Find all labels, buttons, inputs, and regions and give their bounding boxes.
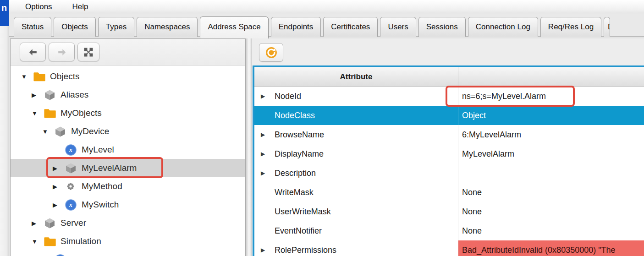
arrow-left-icon — [27, 47, 39, 57]
tab-certificates[interactable]: Certificates — [323, 17, 378, 37]
back-button[interactable] — [20, 43, 46, 61]
expand-arrow-icon[interactable]: ▶ — [53, 202, 65, 208]
expand-arrow-icon[interactable]: ▶ — [261, 125, 265, 144]
collapse-arrow-icon[interactable]: ▼ — [21, 73, 33, 80]
address-space-tree-panel: ▼Objects▶Aliases▼MyObjects▼MyDevicexMyLe… — [10, 38, 246, 256]
background-window-edge: n — [0, 0, 9, 256]
tree-item-label: MyDevice — [71, 126, 109, 136]
tree-item-myobjects[interactable]: ▼MyObjects — [11, 104, 245, 122]
expand-arrow-icon[interactable]: ▶ — [261, 87, 265, 106]
folder-icon — [44, 236, 56, 246]
tab-req-res-log[interactable]: Req/Res Log — [540, 17, 601, 37]
tree-item-objects[interactable]: ▼Objects — [11, 67, 245, 86]
expand-arrow-icon[interactable]: ▶ — [32, 92, 44, 98]
refresh-circle-icon — [265, 47, 277, 59]
attribute-value: 6:MyLevelAlarm — [458, 125, 644, 144]
gear-icon — [65, 181, 76, 192]
tree-item-label: MyObjects — [61, 108, 102, 118]
attribute-row-writemask[interactable]: WriteMaskNone — [254, 183, 644, 202]
panel-splitter[interactable] — [246, 38, 252, 256]
cube-icon — [65, 163, 77, 174]
attribute-value: MyLevelAlarm — [458, 144, 644, 163]
tree-item-aliases[interactable]: ▶Aliases — [11, 86, 245, 104]
attribute-value-text: None — [462, 188, 482, 197]
attribute-row-nodeid[interactable]: ▶NodeIdns=6;s=MyLevel.Alarm — [254, 87, 644, 106]
variable-icon: x — [65, 144, 77, 156]
tree-item-label: Simulation — [61, 236, 101, 246]
expand-arrow-icon[interactable]: ▶ — [53, 183, 65, 190]
attribute-column-header[interactable]: Attribute — [254, 67, 458, 86]
attribute-value: ns=6;s=MyLevel.Alarm — [458, 87, 644, 106]
cube-icon — [44, 89, 55, 101]
expand-arrow-icon[interactable]: ▶ — [261, 144, 265, 163]
tab-d[interactable]: D — [604, 17, 610, 37]
expand-arrow-icon[interactable]: ▶ — [261, 240, 265, 256]
attribute-value-text: Object — [462, 111, 486, 120]
attribute-value: None — [458, 183, 644, 202]
tab-endpoints[interactable]: Endpoints — [271, 17, 321, 37]
node-graph-icon — [83, 47, 94, 58]
attribute-value: Object — [458, 106, 644, 125]
expand-arrow-icon[interactable]: ▶ — [261, 163, 265, 183]
show-references-graph-button[interactable] — [77, 43, 99, 61]
tree-item-mydevice[interactable]: ▼MyDevice — [11, 122, 245, 141]
tree-item-mymethod[interactable]: ▶MyMethod — [11, 177, 245, 196]
tab-sessions[interactable]: Sessions — [418, 17, 466, 37]
menu-options[interactable]: Options — [25, 0, 52, 13]
tree-item-partial[interactable]: x — [11, 251, 245, 256]
tab-connection-log[interactable]: Connection Log — [468, 17, 538, 37]
folder-icon — [44, 108, 56, 119]
folder-icon — [44, 108, 56, 118]
cube-icon — [44, 218, 56, 229]
refresh-attributes-button[interactable] — [259, 43, 283, 62]
forward-button[interactable] — [49, 43, 75, 61]
tree-item-label: Aliases — [61, 90, 88, 100]
collapse-arrow-icon[interactable]: ▼ — [32, 238, 44, 245]
attribute-name: NodeClass — [275, 111, 315, 120]
attribute-value-text: None — [462, 207, 482, 216]
attribute-value-text: None — [462, 226, 482, 235]
attribute-row-description[interactable]: ▶Description — [254, 163, 644, 183]
cube-icon — [65, 163, 77, 174]
folder-icon — [33, 71, 45, 82]
collapse-arrow-icon[interactable]: ▼ — [42, 128, 55, 135]
attribute-row-nodeclass[interactable]: NodeClassObject — [254, 106, 644, 125]
attribute-row-rolepermissions[interactable]: ▶RolePermissionsBad_AttributeIdInvalid (… — [254, 240, 644, 256]
cube-icon — [44, 218, 55, 229]
cube-icon — [55, 126, 66, 137]
collapse-arrow-icon[interactable]: ▼ — [32, 110, 44, 117]
folder-icon — [44, 236, 56, 247]
svg-text:x: x — [69, 146, 72, 153]
attribute-value-error: Bad_AttributeIdInvalid (0x80350000) "The — [458, 240, 644, 256]
menu-bar: Options Help — [9, 0, 644, 13]
variable-icon: x — [55, 254, 66, 256]
attribute-row-displayname[interactable]: ▶DisplayNameMyLevelAlarm — [254, 144, 644, 163]
expand-arrow-icon[interactable]: ▶ — [53, 165, 65, 172]
attributes-table-header: Attribute — [254, 67, 644, 87]
tree-item-myswitch[interactable]: ▶xMySwitch — [11, 196, 245, 214]
tree-item-label: MyLevel — [82, 145, 114, 155]
attribute-row-browsename[interactable]: ▶BrowseName6:MyLevelAlarm — [254, 125, 644, 144]
value-column-header[interactable] — [458, 67, 644, 86]
tree-item-label: Server — [61, 218, 86, 228]
attribute-row-userwritemask[interactable]: UserWriteMaskNone — [254, 202, 644, 221]
attribute-name: Description — [275, 169, 316, 178]
tab-address-space[interactable]: Address Space — [200, 16, 268, 38]
attribute-name: WriteMask — [275, 188, 314, 197]
attribute-row-eventnotifier[interactable]: EventNotifierNone — [254, 221, 644, 240]
attribute-value-text: 6:MyLevelAlarm — [462, 130, 521, 139]
attribute-name: EventNotifier — [275, 226, 322, 235]
menu-help[interactable]: Help — [72, 0, 88, 13]
tab-objects[interactable]: Objects — [54, 17, 96, 37]
tab-types[interactable]: Types — [98, 17, 134, 37]
tab-users[interactable]: Users — [380, 17, 416, 37]
tree-item-mylevel[interactable]: xMyLevel — [11, 141, 245, 159]
tab-namespaces[interactable]: Namespaces — [137, 17, 198, 37]
tree-item-server[interactable]: ▶Server — [11, 214, 245, 232]
attribute-value: None — [458, 221, 644, 240]
tree-item-simulation[interactable]: ▼Simulation — [11, 232, 245, 251]
tab-status[interactable]: Status — [14, 17, 51, 37]
gear-icon — [65, 181, 77, 192]
tree-item-mylevelalarm[interactable]: ▶MyLevelAlarm — [11, 159, 245, 177]
expand-arrow-icon[interactable]: ▶ — [32, 220, 44, 227]
